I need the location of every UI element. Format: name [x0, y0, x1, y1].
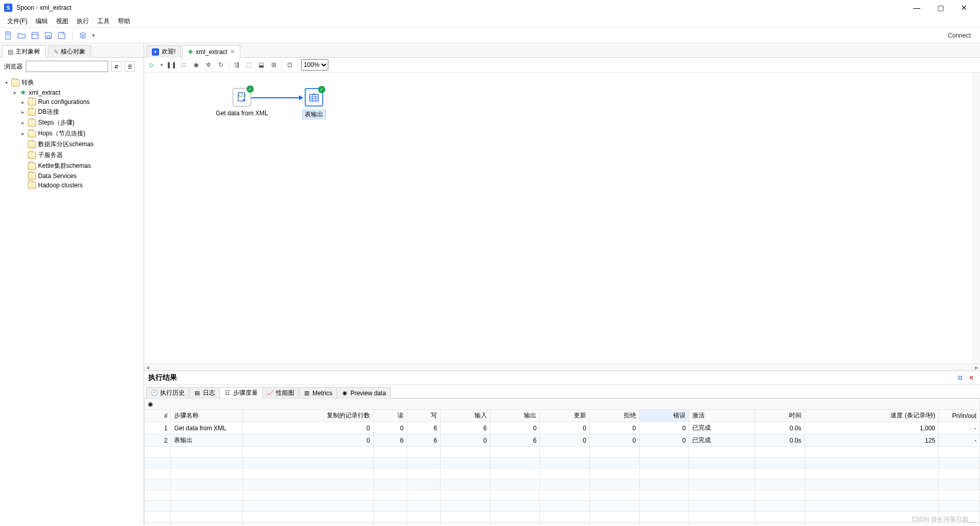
cell-update: 0: [540, 422, 590, 434]
scroll-left-icon[interactable]: ◂: [144, 364, 151, 371]
success-badge-icon: ✓: [318, 86, 325, 93]
col-error[interactable]: 错误: [639, 410, 689, 422]
tree-root[interactable]: ▾转换: [3, 77, 141, 88]
tab-preview-data[interactable]: ◉Preview data: [337, 387, 391, 398]
scroll-right-icon[interactable]: ▸: [973, 364, 980, 371]
node-table-output[interactable]: ✓ 表输出: [283, 88, 345, 119]
explore-icon[interactable]: [30, 30, 40, 41]
tab-exec-history[interactable]: 🕘执行历史: [146, 387, 189, 398]
tree-transformation[interactable]: ▾✳xml_extract: [3, 88, 141, 97]
table-row-empty: [145, 501, 980, 512]
cell-idx: 1: [145, 422, 171, 434]
verify-icon[interactable]: ⇶: [232, 60, 241, 69]
col-update[interactable]: 更新: [540, 410, 590, 422]
close-tab-icon[interactable]: ✕: [230, 48, 235, 55]
tab-main-tree[interactable]: ▤主对象树: [2, 45, 46, 58]
menu-tools[interactable]: 工具: [93, 15, 114, 28]
table-row[interactable]: 2表输出06606000已完成0.0s125-: [145, 434, 980, 447]
cell-copies: 0: [243, 434, 373, 447]
tab-metrics[interactable]: ▥Metrics: [299, 387, 337, 398]
tree-item[interactable]: ▸Hops（节点连接): [3, 128, 141, 139]
col-output[interactable]: 输出: [490, 410, 540, 422]
tree-item[interactable]: ▸Steps（步骤): [3, 117, 141, 128]
col-input[interactable]: 输入: [441, 410, 491, 422]
cell-reject: 0: [589, 434, 639, 447]
col-pri[interactable]: Pri/in/out: [939, 410, 980, 422]
minimize-button[interactable]: —: [905, 0, 929, 15]
debug-icon[interactable]: ✲: [204, 60, 213, 69]
save-as-icon[interactable]: [57, 30, 67, 41]
col-reject[interactable]: 拒绝: [589, 410, 639, 422]
col-name[interactable]: 步骤名称: [171, 410, 243, 422]
menu-run[interactable]: 执行: [73, 15, 93, 28]
col-speed[interactable]: 速度 (条记录/秒): [804, 410, 938, 422]
pause-icon[interactable]: ❚❚: [167, 60, 176, 69]
search-input[interactable]: [26, 61, 108, 72]
cell-write: 6: [407, 422, 440, 434]
col-write[interactable]: 写: [407, 410, 440, 422]
connect-button[interactable]: Connect: [941, 32, 977, 39]
save-icon[interactable]: [43, 30, 54, 41]
folder-icon: [28, 163, 36, 170]
tab-core-objects[interactable]: ✎核心对象: [48, 45, 91, 58]
table-row-empty: [145, 458, 980, 468]
open-icon[interactable]: [16, 30, 27, 41]
close-panel-icon[interactable]: ✕: [967, 373, 976, 382]
col-time[interactable]: 时间: [755, 410, 805, 422]
tree-item[interactable]: ▸Hadoop clusters: [3, 181, 141, 190]
tree-item[interactable]: ▸Data Services: [3, 171, 141, 181]
tab-perf-graph[interactable]: 📈性能图: [262, 387, 299, 398]
col-idx[interactable]: #: [145, 410, 171, 422]
node-table-output-box[interactable]: ✓: [305, 88, 323, 107]
col-read[interactable]: 读: [373, 410, 407, 422]
menu-view[interactable]: 视图: [52, 15, 73, 28]
canvas-vertical-scrollbar[interactable]: [973, 73, 980, 363]
menu-help[interactable]: 帮助: [114, 15, 134, 28]
preview-icon[interactable]: ◉: [191, 60, 201, 69]
detach-icon[interactable]: ⧉: [955, 373, 965, 382]
col-active[interactable]: 激活: [689, 410, 755, 422]
tree-item[interactable]: ▸数据库分区schemas: [3, 139, 141, 150]
run-dropdown-icon[interactable]: ▼: [160, 63, 164, 67]
results-title: 执行结果: [148, 373, 953, 382]
tab-welcome[interactable]: ✦欢迎!: [146, 45, 181, 58]
col-copies[interactable]: 复制的记录行数: [243, 410, 373, 422]
results-table-wrap[interactable]: ◉ # 步骤名称 复制的记录行数 读 写 输入 输出 更新 拒绝 错误: [144, 398, 980, 525]
close-button[interactable]: ✕: [952, 0, 976, 15]
editor-tabs: ✦欢迎! ✳xml_extract✕: [144, 43, 980, 58]
table-row[interactable]: 1Get data from XML00660000已完成0.0s1,000-: [145, 422, 980, 434]
tab-step-metrics[interactable]: ☷步骤度量: [219, 387, 262, 398]
canvas[interactable]: </> ✓ Get data from XML ✓ 表输出: [144, 73, 980, 363]
canvas-horizontal-scrollbar[interactable]: ◂ ▸: [144, 363, 980, 371]
object-tree[interactable]: ▾转换 ▾✳xml_extract ▸Run configurations ▸D…: [0, 75, 144, 525]
run-icon[interactable]: ▷: [147, 60, 156, 69]
menu-edit[interactable]: 编辑: [31, 15, 52, 28]
maximize-button[interactable]: ▢: [929, 0, 952, 15]
results-header: 执行结果 ⧉ ✕: [144, 371, 980, 385]
dropdown-caret-icon[interactable]: ▼: [91, 33, 96, 38]
tree-item[interactable]: ▸子服务器: [3, 150, 141, 161]
cell-active: 已完成: [689, 422, 755, 434]
eye-icon[interactable]: ◉: [148, 400, 153, 408]
collapse-all-icon[interactable]: ☰: [125, 61, 135, 72]
menubar: 文件(F) 编辑 视图 执行 工具 帮助: [0, 15, 980, 28]
zoom-select[interactable]: 100%: [301, 59, 328, 71]
menu-file[interactable]: 文件(F): [3, 15, 31, 28]
perspective-icon[interactable]: [78, 30, 88, 41]
tree-item[interactable]: ▸Kettle集群schemas: [3, 161, 141, 171]
replay-icon[interactable]: ↻: [216, 60, 225, 69]
explore-db-icon[interactable]: ⊞: [269, 60, 278, 69]
tab-log[interactable]: ▤日志: [189, 387, 220, 398]
node-get-xml[interactable]: </> ✓ Get data from XML: [211, 88, 273, 117]
tree-item[interactable]: ▸Run configurations: [3, 97, 141, 107]
expand-all-icon[interactable]: ⇵: [111, 61, 121, 72]
tab-xml-extract[interactable]: ✳xml_extract✕: [182, 45, 240, 58]
sql-icon[interactable]: ⬓: [257, 60, 266, 69]
impact-icon[interactable]: ⬚: [244, 60, 254, 69]
tree-item[interactable]: ▸DB连接: [3, 107, 141, 117]
show-results-icon[interactable]: ⊡: [285, 60, 294, 69]
new-file-icon[interactable]: [3, 30, 13, 41]
stop-icon[interactable]: □: [179, 60, 188, 69]
node-get-xml-box[interactable]: </> ✓: [233, 88, 251, 107]
cell-pri: -: [939, 434, 980, 447]
